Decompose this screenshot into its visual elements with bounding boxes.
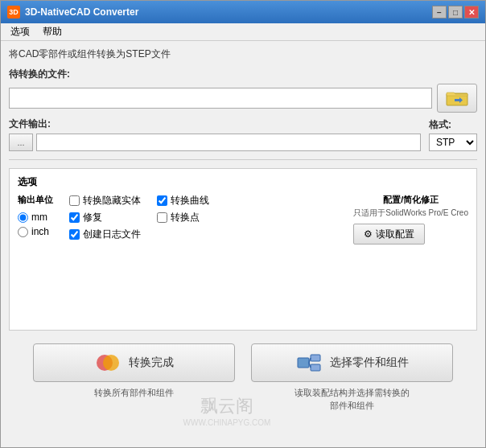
cb-log-label[interactable]: 创建日志文件 (69, 228, 141, 241)
config-button[interactable]: ⚙ 读取配置 (353, 224, 425, 245)
svg-rect-4 (311, 355, 320, 361)
unit-mm-label[interactable]: mm (18, 212, 53, 223)
cb-log-text: 创建日志文件 (83, 228, 141, 241)
file-input-label: 待转换的文件: (9, 68, 477, 81)
convert-button[interactable]: 转换完成 (33, 343, 235, 382)
divider-1 (9, 159, 477, 160)
format-select-container: STP STEP IGES (429, 134, 477, 151)
maximize-button[interactable]: □ (448, 6, 463, 18)
output-path-input[interactable] (36, 134, 421, 151)
menu-options[interactable]: 选项 (4, 23, 36, 40)
menu-bar: 选项 帮助 (1, 23, 485, 41)
config-section: 配置/简化修正 只适用于SolidWorks Pro/E Creo ⚙ 读取配置 (353, 194, 468, 245)
unit-inch-radio[interactable] (18, 227, 28, 237)
config-subtitle: 只适用于SolidWorks Pro/E Creo (353, 208, 468, 219)
output-row: ... (9, 134, 421, 151)
file-input-row (9, 84, 477, 113)
options-content: 输出单位 mm inch 转换隐藏实体 (18, 194, 468, 245)
unit-mm-text: mm (31, 212, 47, 223)
window-controls: − □ ✕ (432, 6, 479, 18)
unit-inch-label[interactable]: inch (18, 226, 53, 237)
browse-button[interactable] (437, 84, 477, 113)
unit-label: 输出单位 (18, 194, 53, 206)
svg-rect-5 (311, 364, 320, 371)
cb-curves-label[interactable]: 转换曲线 (157, 194, 209, 208)
cb-curves-text: 转换曲线 (171, 194, 209, 208)
output-section: 文件输出: ... 格式: STP STEP IGES (9, 117, 477, 151)
action-buttons-row: 转换完成 转换所有部件和组件 选择零件和组件 读取装配结 (9, 335, 477, 420)
cb-hidden[interactable] (69, 195, 80, 206)
app-icon: 3D (7, 6, 20, 18)
cb-points[interactable] (157, 212, 167, 223)
cb-hidden-text: 转换隐藏实体 (83, 194, 141, 208)
main-content: 将CAD零部件或组件转换为STEP文件 待转换的文件: (1, 41, 485, 426)
options-title: 选项 (18, 175, 468, 189)
unit-mm-radio[interactable] (18, 212, 28, 223)
options-box: 选项 输出单位 mm inch (9, 168, 477, 331)
title-bar: 3D 3D-NativeCAD Converter − □ ✕ (1, 1, 485, 23)
config-btn-label: 读取配置 (376, 228, 414, 241)
cb-curves[interactable] (157, 195, 167, 206)
assembly-icon (296, 350, 322, 376)
convert-icon (95, 350, 121, 376)
config-title: 配置/简化修正 (353, 194, 468, 206)
select-parts-container: 选择零件和组件 读取装配结构并选择需转换的 部件和组件 (251, 343, 453, 412)
minimize-button[interactable]: − (432, 6, 447, 18)
cb-repair[interactable] (69, 212, 80, 223)
output-label: 文件输出: (9, 117, 421, 131)
checkbox-col-2: 转换曲线 转换点 (157, 194, 209, 245)
output-browse-button[interactable]: ... (9, 134, 33, 151)
svg-point-2 (103, 355, 119, 371)
convert-desc: 转换所有部件和组件 (94, 387, 174, 399)
format-label: 格式: (429, 118, 477, 132)
convert-button-label: 转换完成 (129, 356, 174, 370)
unit-inch-text: inch (31, 226, 49, 237)
cb-hidden-label[interactable]: 转换隐藏实体 (69, 194, 141, 208)
select-parts-button[interactable]: 选择零件和组件 (251, 343, 453, 382)
select-parts-button-label: 选择零件和组件 (330, 356, 409, 370)
format-select[interactable]: STP STEP IGES (429, 134, 477, 151)
file-input-section: 待转换的文件: (9, 68, 477, 113)
cb-repair-label[interactable]: 修复 (69, 211, 141, 224)
app-subtitle: 将CAD零部件或组件转换为STEP文件 (9, 47, 477, 61)
output-left: 文件输出: ... (9, 117, 421, 151)
unit-column: 输出单位 mm inch (18, 194, 53, 245)
cb-points-label[interactable]: 转换点 (157, 211, 209, 224)
folder-icon (446, 89, 468, 107)
cb-repair-text: 修复 (83, 211, 102, 224)
close-button[interactable]: ✕ (464, 6, 479, 18)
convert-container: 转换完成 转换所有部件和组件 (33, 343, 235, 412)
cb-log[interactable] (69, 229, 80, 240)
window-title: 3D-NativeCAD Converter (25, 6, 432, 18)
main-window: 3D 3D-NativeCAD Converter − □ ✕ 选项 帮助 将C… (0, 0, 486, 448)
cb-points-text: 转换点 (171, 211, 200, 224)
svg-rect-3 (298, 358, 309, 368)
checkbox-col-1: 转换隐藏实体 修复 创建日志文件 (69, 194, 141, 245)
select-parts-desc: 读取装配结构并选择需转换的 部件和组件 (294, 387, 410, 412)
file-path-input[interactable] (9, 88, 432, 109)
gear-icon: ⚙ (364, 228, 373, 240)
menu-help[interactable]: 帮助 (36, 23, 68, 40)
output-right: 格式: STP STEP IGES (429, 118, 477, 151)
